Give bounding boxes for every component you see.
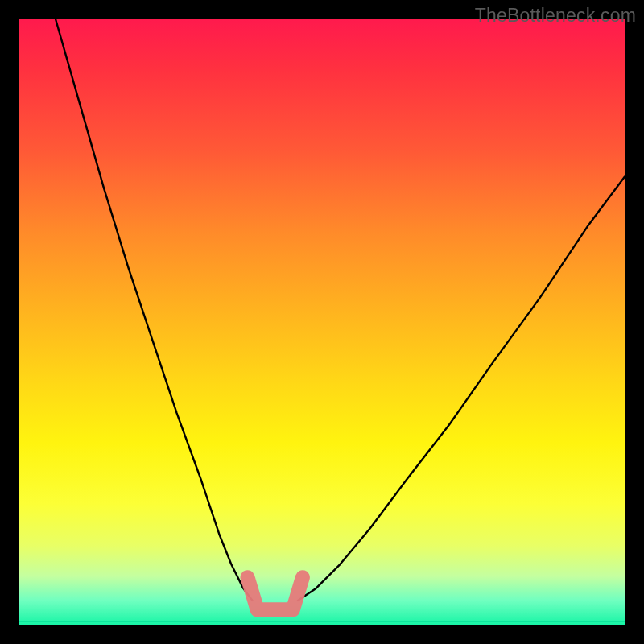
- left-curve: [56, 19, 252, 601]
- chart-frame: [19, 19, 625, 625]
- watermark-text: TheBottleneck.com: [475, 5, 636, 27]
- trough-marker: [248, 577, 303, 609]
- chart-svg: [19, 19, 625, 625]
- right-curve: [298, 177, 625, 601]
